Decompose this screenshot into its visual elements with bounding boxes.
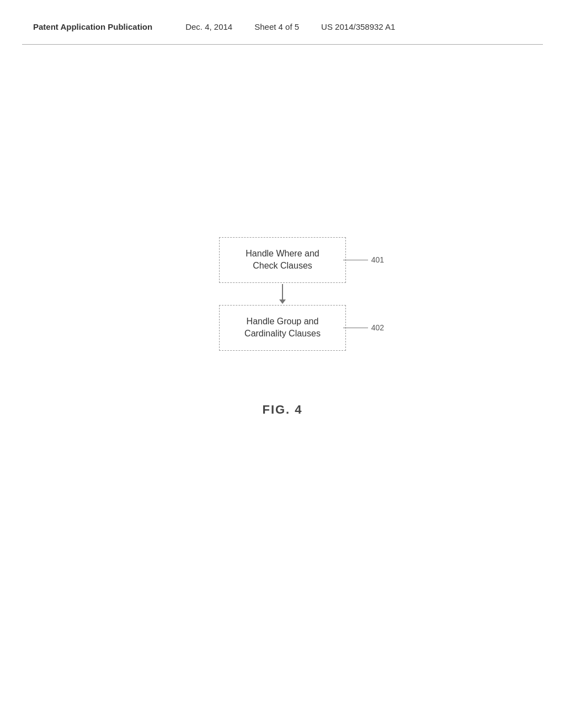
patent-number: US 2014/358932 A1 bbox=[321, 22, 395, 31]
flow-box-402: Handle Group and Cardinality Clauses 402 bbox=[219, 305, 346, 351]
flow-label-line-401 bbox=[343, 260, 368, 260]
publication-date: Dec. 4, 2014 bbox=[185, 22, 232, 31]
arrow-down bbox=[279, 283, 286, 305]
page: Patent Application Publication Dec. 4, 2… bbox=[0, 0, 565, 728]
flow-label-text-401: 401 bbox=[371, 255, 384, 264]
flow-box-401-text: Handle Where and Check Clauses bbox=[231, 248, 334, 272]
flow-label-text-402: 402 bbox=[371, 323, 384, 332]
flow-box-402-text: Handle Group and Cardinality Clauses bbox=[231, 315, 334, 340]
diagram-area: Handle Where and Check Clauses 401 Handl… bbox=[0, 237, 565, 351]
figure-label: FIG. 4 bbox=[262, 403, 302, 416]
figure-label-container: FIG. 4 bbox=[0, 403, 565, 417]
header-divider bbox=[22, 44, 543, 45]
publication-title: Patent Application Publication bbox=[33, 22, 152, 31]
sheet-info: Sheet 4 of 5 bbox=[254, 22, 299, 31]
flow-label-402: 402 bbox=[343, 323, 384, 332]
flow-box-401: Handle Where and Check Clauses 401 bbox=[219, 237, 346, 283]
flow-label-line-402 bbox=[343, 328, 368, 328]
arrow-head bbox=[279, 299, 286, 304]
flow-label-401: 401 bbox=[343, 255, 384, 264]
arrow-line bbox=[282, 284, 283, 299]
header: Patent Application Publication Dec. 4, 2… bbox=[0, 22, 565, 31]
